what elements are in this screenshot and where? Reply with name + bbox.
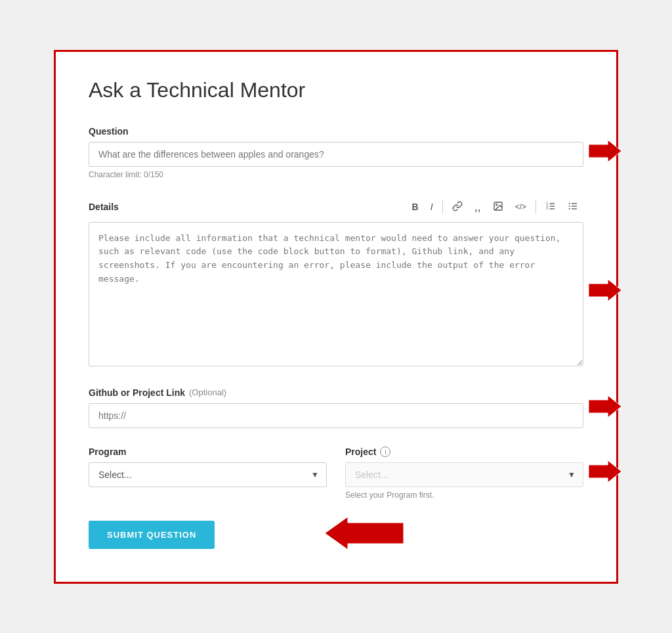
details-label: Details — [89, 202, 119, 212]
github-arrow — [589, 395, 621, 421]
char-limit: Character limit: 0/150 — [89, 170, 583, 179]
project-info-icon: i — [380, 447, 390, 457]
question-input[interactable] — [89, 142, 583, 167]
program-select-wrapper: Select... ▼ — [89, 462, 327, 487]
svg-point-13 — [569, 206, 570, 207]
question-arrow — [589, 139, 621, 165]
details-arrow — [589, 278, 621, 305]
details-textarea[interactable] — [89, 222, 583, 366]
svg-marker-0 — [589, 140, 621, 162]
details-field-group: Details B I ,, — [89, 198, 583, 369]
svg-text:3.: 3. — [546, 207, 549, 210]
ordered-list-button[interactable]: 1. 2. 3. — [540, 198, 561, 216]
program-select[interactable]: Select... — [89, 462, 327, 487]
project-field-group: Project i Select... ▼ Select your Progra… — [345, 447, 583, 500]
svg-point-14 — [569, 208, 570, 209]
quote-button[interactable]: ,, — [469, 198, 486, 217]
svg-marker-17 — [589, 460, 621, 482]
page-title: Ask a Technical Mentor — [89, 78, 583, 102]
project-arrow — [589, 460, 621, 486]
link-button[interactable] — [447, 198, 468, 216]
svg-point-12 — [569, 203, 570, 204]
code-button[interactable]: </> — [510, 200, 532, 214]
toolbar-divider-2 — [536, 200, 536, 213]
program-project-row: Program Select... ▼ Project i Select... … — [89, 447, 583, 500]
submit-button[interactable]: SUBMIT QUESTION — [89, 521, 215, 549]
github-input[interactable] — [89, 403, 583, 428]
svg-marker-16 — [589, 395, 621, 417]
details-header: Details B I ,, — [89, 198, 583, 217]
submit-arrow — [325, 517, 404, 552]
image-button[interactable] — [488, 198, 509, 216]
unordered-list-button[interactable] — [562, 198, 583, 216]
project-select-note: Select your Program first. — [345, 491, 583, 500]
github-field-group: Github or Project Link (Optional) — [89, 387, 583, 428]
project-select[interactable]: Select... — [345, 462, 583, 487]
svg-marker-15 — [589, 279, 621, 301]
form-container: Ask a Technical Mentor Question Characte… — [54, 50, 618, 584]
toolbar-divider-1 — [442, 200, 443, 213]
github-optional: (Optional) — [189, 387, 226, 397]
question-field-group: Question Character limit: 0/150 — [89, 126, 583, 179]
italic-button[interactable]: I — [425, 199, 438, 215]
project-label: Project i — [345, 447, 583, 457]
submit-area: SUBMIT QUESTION — [89, 521, 215, 549]
details-toolbar: B I ,, </> — [407, 198, 583, 217]
project-select-wrapper: Select... ▼ — [345, 462, 583, 487]
github-label: Github or Project Link (Optional) — [89, 387, 583, 398]
question-label: Question — [89, 126, 583, 137]
svg-marker-18 — [325, 517, 404, 550]
bold-button[interactable]: B — [407, 199, 424, 215]
svg-point-2 — [495, 204, 497, 205]
program-field-group: Program Select... ▼ — [89, 447, 327, 500]
program-label: Program — [89, 447, 327, 457]
